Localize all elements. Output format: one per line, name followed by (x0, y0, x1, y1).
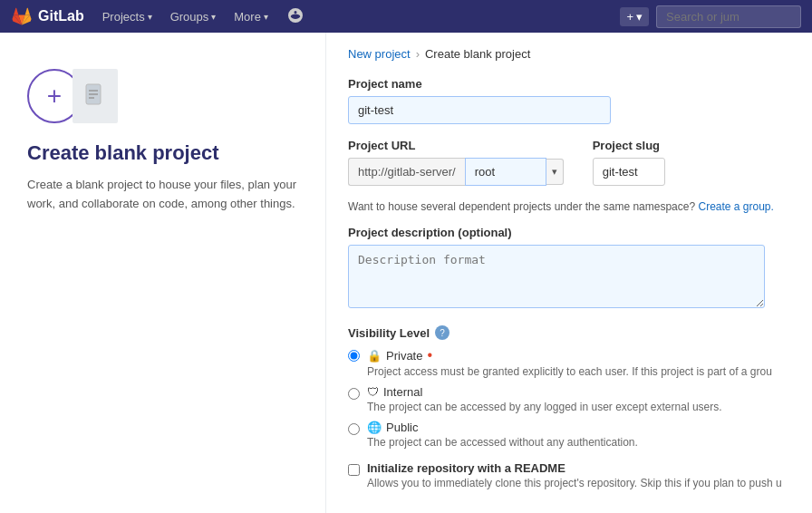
url-prefix: http://gitlab-server/ (348, 158, 465, 186)
visibility-label-row: Visibility Level ? (348, 325, 790, 340)
visibility-private-radio[interactable] (348, 350, 360, 362)
url-help-text: Want to house several dependent projects… (348, 200, 790, 213)
search-input[interactable] (656, 5, 801, 28)
visibility-public-desc: The project can be accessed without any … (367, 436, 638, 449)
left-panel-title: Create blank project (27, 141, 298, 165)
project-name-label: Project name (348, 77, 790, 91)
url-dropdown-button[interactable]: ▾ (546, 159, 564, 185)
plus-chevron-icon: ▾ (636, 10, 643, 24)
visibility-public-label: Public (386, 421, 418, 434)
private-dot: • (427, 347, 432, 363)
init-readme-desc: Allows you to immediately clone this pro… (367, 477, 782, 489)
init-readme-checkbox[interactable] (348, 464, 360, 476)
lock-icon: 🔒 (367, 349, 382, 363)
visibility-internal-radio[interactable] (348, 388, 360, 400)
left-panel: + Create blank project Create a blank pr… (0, 33, 326, 513)
new-item-button[interactable]: + ▾ (620, 7, 649, 26)
url-row: http://gitlab-server/ ▾ (348, 158, 564, 186)
visibility-private-label: Private (386, 349, 422, 363)
gitlab-logo-icon (11, 5, 33, 27)
visibility-help-icon[interactable]: ? (435, 325, 450, 340)
project-name-input[interactable] (348, 96, 611, 124)
gitlab-brand[interactable]: GitLab (11, 5, 84, 27)
project-desc-label: Project description (optional) (348, 226, 790, 239)
breadcrumb-separator: › (416, 47, 420, 61)
shield-icon: 🛡 (367, 385, 379, 399)
doc-icon (72, 69, 118, 123)
right-panel: New project › Create blank project Proje… (326, 33, 812, 513)
more-chevron-icon: ▾ (264, 12, 268, 22)
breadcrumb: New project › Create blank project (348, 47, 790, 61)
nav-more[interactable]: More ▾ (227, 6, 276, 27)
nav-groups[interactable]: Groups ▾ (163, 6, 224, 27)
create-group-link[interactable]: Create a group. (698, 200, 773, 213)
visibility-internal-option: 🛡 Internal The project can be accessed b… (348, 385, 790, 413)
document-svg (84, 82, 106, 110)
init-readme-label: Initialize repository with a README (367, 461, 782, 475)
project-url-section: Project URL http://gitlab-server/ ▾ Proj… (348, 139, 790, 186)
projects-chevron-icon: ▾ (148, 12, 152, 22)
project-name-section: Project name (348, 77, 790, 124)
visibility-title: Visibility Level (348, 326, 430, 340)
visibility-public-radio[interactable] (348, 423, 360, 435)
left-panel-description: Create a blank project to house your fil… (27, 176, 298, 214)
breadcrumb-current: Create blank project (425, 47, 530, 61)
groups-chevron-icon: ▾ (211, 12, 216, 22)
main-layout: + Create blank project Create a blank pr… (0, 33, 812, 513)
visibility-public-option: 🌐 Public The project can be accessed wit… (348, 421, 790, 449)
url-namespace-input[interactable] (465, 158, 546, 186)
visibility-private-desc: Project access must be granted explicitl… (367, 365, 772, 378)
navbar: GitLab Projects ▾ Groups ▾ More ▾ + ▾ (0, 0, 812, 33)
visibility-section: Visibility Level ? 🔒 Private • Project a… (348, 325, 790, 449)
project-icon-group: + (27, 69, 298, 123)
brand-name: GitLab (38, 8, 84, 24)
init-readme-section: Initialize repository with a README Allo… (348, 461, 790, 489)
nav-projects[interactable]: Projects ▾ (95, 6, 160, 27)
navbar-right: + ▾ (620, 5, 801, 28)
visibility-private-option: 🔒 Private • Project access must be grant… (348, 347, 790, 378)
globe-icon: 🌐 (367, 421, 382, 434)
project-url-label: Project URL (348, 139, 564, 152)
project-slug-container: Project slug git-test (593, 139, 665, 186)
breadcrumb-parent-link[interactable]: New project (348, 47, 411, 61)
project-slug-label: Project slug (593, 139, 665, 152)
project-desc-section: Project description (optional) (348, 226, 790, 311)
visibility-internal-label: Internal (383, 385, 422, 399)
project-slug-value: git-test (593, 158, 665, 186)
visibility-internal-desc: The project can be accessed by any logge… (367, 401, 722, 413)
project-desc-input[interactable] (348, 245, 765, 308)
devops-icon[interactable] (286, 6, 304, 24)
